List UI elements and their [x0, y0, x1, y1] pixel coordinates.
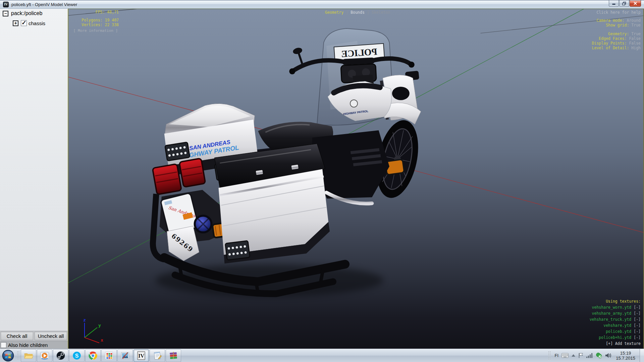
setting-geometry[interactable]: Geometry:True [592, 32, 641, 36]
taskbar-openiv-button[interactable]: IV [133, 349, 149, 362]
media-player-icon [40, 351, 50, 361]
textures-header: Using textures: [590, 298, 641, 304]
openiv-app-icon: IV [3, 2, 9, 7]
language-indicator[interactable]: FI [555, 353, 559, 358]
tab-skeleton[interactable]: Skeleton [372, 10, 390, 15]
chassis-checkbox[interactable]: ✓ [21, 20, 27, 26]
system-tray: FI [547, 349, 644, 362]
texture-row: vehshare.ytd[-] [590, 322, 641, 328]
remove-texture-button[interactable]: [-] [634, 329, 641, 334]
texture-name[interactable]: policeb+hi.ytd [599, 335, 631, 340]
steam-icon [56, 351, 66, 361]
taskbar-skype-button[interactable]: S [69, 349, 85, 362]
collapse-icon[interactable]: − [3, 11, 8, 16]
remove-texture-button[interactable]: [-] [634, 311, 641, 316]
mirror [292, 47, 303, 55]
also-hide-children-checkbox[interactable] [1, 342, 6, 348]
tree-item-root[interactable]: − pack:/policeb [3, 10, 42, 16]
tray-clock[interactable]: 15:19 15.7.2015 [616, 351, 635, 361]
show-desktop-button[interactable] [640, 349, 644, 362]
taskbar-app-grid-button[interactable] [101, 349, 117, 362]
start-button[interactable] [0, 349, 16, 362]
show-hidden-icons-button[interactable] [572, 354, 575, 357]
svg-text:S: S [75, 353, 79, 358]
texture-name[interactable]: policeb.ytd [606, 329, 631, 334]
winrar-icon [168, 351, 178, 361]
taskbar-notepad-button[interactable] [150, 349, 165, 362]
setting-show-grid[interactable]: Show grid:True [592, 23, 641, 27]
chrome-icon [88, 351, 98, 361]
taskbar-steam-button[interactable] [53, 349, 68, 362]
volume-icon[interactable] [605, 353, 611, 358]
texture-row: vehshare_truck.ytd[-] [590, 316, 641, 322]
tab-separator: | [346, 10, 348, 15]
taskbar-image-editor-button[interactable] [117, 349, 133, 362]
screen: IV policeb.yft - OpenIV Model Viewer − p… [0, 0, 644, 362]
taskbar-winrar-button[interactable] [166, 349, 181, 362]
close-button[interactable] [630, 0, 641, 7]
tab-separator: | [367, 10, 369, 15]
taskbar-chrome-button[interactable] [85, 349, 101, 362]
tab-geometry[interactable]: Geometry [325, 10, 343, 15]
texture-row: vehshare_worn.ytd[-] [590, 304, 641, 310]
restore-button[interactable] [619, 0, 629, 7]
axis-gizmo: z y x [80, 317, 105, 344]
led-panel-upper [165, 142, 190, 161]
add-texture-button[interactable]: [+] Add texture [590, 341, 641, 347]
model-tree-panel: − pack:/policeb + ✓ chassis Check all Un… [0, 9, 68, 349]
led-panel-lower [225, 241, 250, 260]
setting-camera-mode[interactable]: Camera mode:Around [592, 18, 641, 23]
taskbar-media-player-button[interactable] [37, 349, 52, 362]
hud-settings: Click here for help Camera mode:Around S… [592, 10, 641, 50]
remove-texture-button[interactable]: [-] [634, 323, 641, 328]
keyboard-icon[interactable] [561, 353, 569, 358]
clock-date: 15.7.2015 [616, 356, 635, 361]
also-hide-children-label: Also hide children [8, 342, 48, 348]
texture-name[interactable]: vehshare_worn.ytd [592, 305, 632, 310]
also-hide-children-row[interactable]: Also hide children [0, 341, 68, 349]
fps-counter: FPS: 48,71 [72, 10, 119, 14]
setting-edged-faces[interactable]: Edged Faces:False [592, 36, 641, 41]
remove-texture-button[interactable]: [-] [634, 335, 641, 340]
image-editor-icon [120, 351, 130, 361]
check-all-button[interactable]: Check all [1, 332, 33, 340]
tail-lights [152, 158, 206, 194]
texture-name[interactable]: vehshare.ytd [603, 323, 631, 328]
polygons-counter: Polygons: 19 407 [72, 18, 119, 22]
clock-time: 15:19 [616, 351, 635, 356]
tray-grip [548, 351, 551, 360]
openiv-icon: IV [136, 351, 146, 361]
network-signal-icon[interactable] [586, 353, 593, 358]
tree-footer: Check all Uncheck all Also hide children [0, 331, 68, 349]
setting-level-of-detail[interactable]: Level of Detail:High [592, 46, 641, 50]
tab-bounds[interactable]: Bounds [351, 10, 365, 15]
minimize-button[interactable] [609, 0, 619, 7]
more-information-link[interactable]: [ More information ] [70, 28, 121, 33]
remove-texture-button[interactable]: [-] [634, 317, 641, 322]
taskbar-explorer-button[interactable] [21, 349, 36, 362]
viewport-3d[interactable]: POLICE [68, 9, 644, 349]
texture-name[interactable]: vehshare_army.ytd [592, 311, 632, 316]
action-center-flag-icon[interactable] [578, 353, 583, 358]
explorer-icon [23, 351, 34, 361]
windows-update-icon[interactable] [596, 352, 602, 359]
view-mode-tabs: Geometry|Bounds|Skeleton [325, 10, 390, 15]
texture-row: vehshare_army.ytd[-] [590, 310, 641, 316]
tree-chassis-label: chassis [29, 20, 45, 26]
tree-item-chassis[interactable]: + ✓ chassis [13, 20, 45, 26]
minimize-icon [612, 2, 616, 5]
motorcycle-model: POLICE [68, 9, 643, 349]
texture-row: policeb.ytd[-] [590, 328, 641, 335]
axis-z-label: z [83, 317, 86, 322]
texture-name[interactable]: vehshare_truck.ytd [590, 317, 632, 322]
titlebar: IV policeb.yft - OpenIV Model Viewer [0, 0, 644, 9]
windows-logo-icon [2, 350, 14, 362]
expand-icon[interactable]: + [13, 20, 18, 26]
axis-x-label: x [101, 338, 103, 343]
setting-display-points[interactable]: Display Points:False [592, 41, 641, 46]
tree-root-label: pack:/policeb [11, 10, 42, 16]
close-icon [633, 2, 637, 5]
remove-texture-button[interactable]: [-] [634, 305, 641, 310]
uncheck-all-button[interactable]: Uncheck all [35, 332, 67, 340]
help-link[interactable]: Click here for help [592, 10, 641, 15]
